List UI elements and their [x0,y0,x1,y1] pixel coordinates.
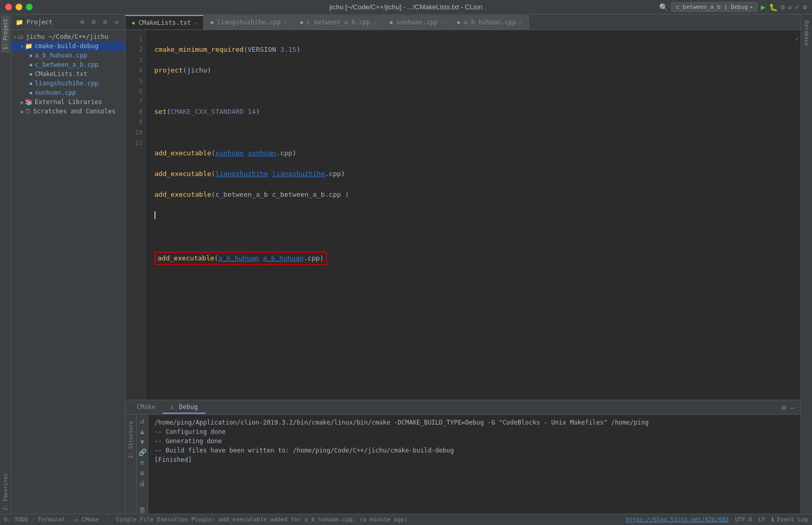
bottom-panel: CMake ⚠ Debug ⚙ — 2: Structure [125,400,801,514]
terminal-output[interactable]: /home/ping/Application/clion-2019.3.2/bi… [148,415,801,514]
minimize-button[interactable] [16,4,22,10]
cmake-label[interactable]: ⚠ CMake [75,516,99,523]
code-line-7: add_executable(liangshuzhihe liangshuzhi… [154,169,785,179]
settings2-button[interactable]: ⚙ [138,469,147,477]
tree-item-cmake-build-debug[interactable]: ▾ 📁 cmake-build-debug [11,41,125,51]
warning-icon: ⚠ [75,516,79,523]
cpp-file-icon: ▪ [29,52,33,59]
tree-item-cmakelists[interactable]: ▪ CMakeLists.txt [11,69,125,79]
tree-item-scratches[interactable]: ▶ 🗒 Scratches and Consoles [11,107,125,116]
left-panel-tabs: 1: Project 2: Favorites [0,14,11,514]
close-button[interactable] [5,4,12,10]
code-line-4: set(CMAKE_CXX_STANDARD 14) [154,107,785,117]
maximize-button[interactable] [26,4,33,10]
event-log[interactable]: ℹ Event Log [772,516,808,523]
sidebar-gear-icon[interactable]: ✕ [112,18,121,26]
scroll-down-button[interactable]: ▼ [138,438,147,446]
code-line-11: add_executable(a_b_huhuan a_b_huhuan.cpp… [154,252,785,265]
editor-main: ▪ CMakeLists.txt ✕ ▪ liangshuzhihe.cpp ✕… [125,14,801,514]
run-config-selector[interactable]: c_between_a_b | Debug ▾ [671,2,758,12]
cpp-file-icon-3: ▪ [29,80,33,87]
database-tab[interactable]: Database [802,17,811,50]
tab-close-a-b-huhuan[interactable]: ✕ [519,20,522,25]
tree-label-liangshuzhihe: liangshuzhihe.cpp [35,80,98,87]
debug-icon: ⚠ [170,403,174,411]
code-line-10 [154,231,785,241]
divider3: | [106,516,110,523]
refresh-button[interactable]: ↺ [138,417,147,425]
tree-item-a-b-huhuan[interactable]: ▪ a_b_huhuan.cpp [11,51,125,60]
tree-label-cmakelists: CMakeLists.txt [35,70,87,78]
tab-close-c-between[interactable]: ✕ [374,20,377,25]
sidebar-item-project[interactable]: 1: Project [1,16,10,53]
build-button[interactable]: ⚙ [781,3,785,11]
code-line-8: add_executable(c_between_a_b c_between_a… [154,189,785,200]
tree-label-xunhuan: xunhuan.cpp [35,89,76,96]
trash-button[interactable]: 🗑 [138,505,147,514]
code-line-5 [154,127,785,138]
sidebar-title: Project [26,19,75,26]
status-url[interactable]: https://blog.51cto.net/42b/602 [626,516,729,523]
arrow-icon: ▾ [13,34,17,40]
tree-item-root[interactable]: ▾ 🗂 jichu ~/Code/C++/jichu [11,32,125,41]
expand-button[interactable]: ⤢ [795,4,800,10]
tab-label-a-b-huhuan: a_b_huhuan.cpp [464,19,516,26]
cpp-tab-icon-2: ▪ [300,19,304,26]
list-button[interactable]: ≡ [138,458,147,466]
tab-a-b-huhuan[interactable]: ▪ a_b_huhuan.cpp ✕ [450,15,529,30]
tab-c-between[interactable]: ▪ c_between_a_b.cpp ✕ [294,15,383,30]
tab-cmakelists[interactable]: ▪ CMakeLists.txt ✕ [125,15,204,30]
scroll-up-button[interactable]: ▲ [138,427,147,435]
status-right: https://blog.51cto.net/42b/602 UTF-8 LF … [626,516,808,523]
code-line-1: cmake_minimum_required(VERSION 3.15) [154,45,785,55]
bottom-tab-debug[interactable]: ⚠ Debug [163,401,205,414]
cmake-file-icon: ▪ [29,70,33,78]
tree-label-c-between: c_between_a_b.cpp [35,61,98,68]
tab-close-liangshuzhihe[interactable]: ✕ [283,20,287,25]
tree-label-cmake-build: cmake-build-debug [35,42,98,50]
sidebar-collapse-button[interactable]: ≡ [90,18,98,26]
status-encoding[interactable]: UTF-8 [735,516,752,523]
code-content[interactable]: cmake_minimum_required(VERSION 3.15) pro… [146,30,793,400]
tab-xunhuan[interactable]: ▪ xunhuan.cpp ✕ [383,15,451,30]
tab-liangshuzhihe[interactable]: ▪ liangshuzhihe.cpp ✕ [204,15,293,30]
cmake-tab-label: CMake [137,403,155,411]
settings-button[interactable]: ⚙ [803,3,807,11]
folder-icon: 📁 [16,19,23,26]
tab-label-liangshuzhihe: liangshuzhihe.cpp [217,19,281,26]
tab-close-cmakelists[interactable]: ✕ [194,20,197,26]
tab-close-xunhuan[interactable]: ✕ [440,20,444,25]
run-config-label: c_between_a_b | Debug [676,4,748,10]
status-message: Single File Execution Plugin: add_execut… [116,516,408,523]
sidebar-settings-button[interactable]: ⚙ [101,18,109,26]
tab-label-xunhuan: xunhuan.cpp [396,19,437,26]
debug-tab-label: Debug [179,403,198,411]
tree-item-liangshuzhihe[interactable]: ▪ liangshuzhihe.cpp [11,79,125,88]
link-button[interactable]: 🔗 [138,448,147,456]
cpp-tab-icon-3: ▪ [390,19,393,26]
tree-item-c-between[interactable]: ▪ c_between_a_b.cpp [11,60,125,69]
bottom-close-icon[interactable]: — [790,403,794,412]
tree-item-xunhuan[interactable]: ▪ xunhuan.cpp [11,88,125,97]
terminal-line-1: /home/ping/Application/clion-2019.3.2/bi… [154,418,794,427]
bottom-settings-icon[interactable]: ⚙ [781,403,786,412]
print-button[interactable]: 🖨 [138,479,147,487]
status-left: 6: TODO | Terminal | ⚠ CMake | Single Fi… [4,516,622,523]
debug-button[interactable]: 🐛 [769,3,778,11]
sidebar-item-favorites[interactable]: 2: Favorites [1,453,10,514]
sidebar-locate-button[interactable]: ⊕ [78,18,87,26]
cmake-reload-button[interactable]: ↺ [788,3,792,11]
bottom-tab-cmake[interactable]: CMake [130,401,163,414]
status-linesep[interactable]: LF [759,516,765,523]
sidebar-header: 📁 Project ⊕ ≡ ⚙ ✕ [11,14,125,30]
tree-item-ext-libs[interactable]: ▶ 📚 External Libraries [11,97,125,107]
sidebar: 📁 Project ⊕ ≡ ⚙ ✕ ▾ 🗂 jichu ~/Code/C++/j… [11,14,125,514]
editor-section: ▪ CMakeLists.txt ✕ ▪ liangshuzhihe.cpp ✕… [125,14,801,400]
cpp-file-icon-2: ▪ [29,61,33,68]
structure-tab[interactable]: 2: Structure [126,417,135,462]
todo-label[interactable]: 6: TODO [4,516,28,523]
run-button[interactable]: ▶ [761,2,766,12]
search-icon[interactable]: 🔍 [659,3,668,11]
arrow-icon-2: ▾ [21,43,24,49]
terminal-label[interactable]: Terminal [38,516,65,523]
